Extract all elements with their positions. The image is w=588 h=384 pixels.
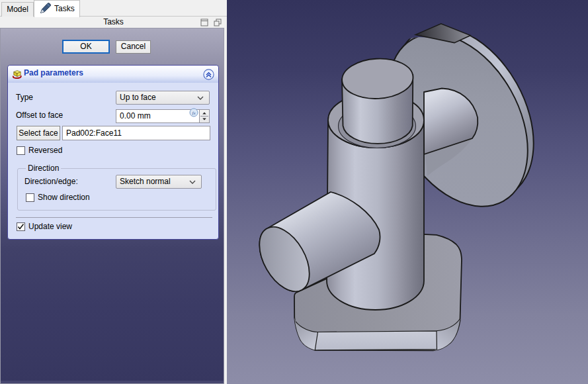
svg-text:fx: fx (192, 111, 196, 116)
